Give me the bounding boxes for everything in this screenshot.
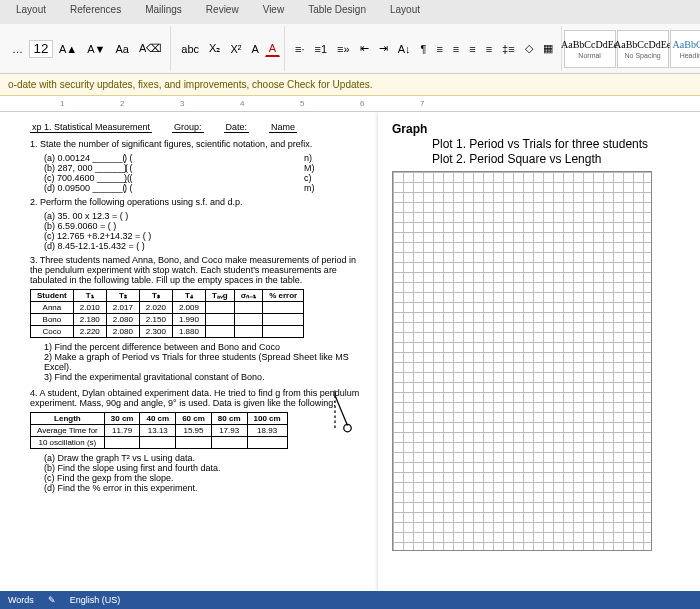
subscript-button[interactable]: X₂ (205, 40, 224, 57)
align-right-icon[interactable]: ≡ (465, 41, 479, 57)
align-left-icon[interactable]: ≡ (432, 41, 446, 57)
align-center-icon[interactable]: ≡ (449, 41, 463, 57)
status-words[interactable]: Words (8, 595, 34, 605)
replace-button[interactable]: abc (177, 41, 203, 57)
justify-icon[interactable]: ≡ (482, 41, 496, 57)
bullets-icon[interactable]: ≡· (291, 41, 308, 57)
date-label: Date: (224, 122, 250, 133)
graph-heading: Graph Plot 1. Period vs Trials for three… (392, 122, 686, 167)
question-3: 3. Three students named Anna, Bono, and … (30, 255, 360, 285)
ruler-mark: 1 (60, 99, 120, 108)
ruler-mark: 5 (300, 99, 360, 108)
grow-font-button[interactable]: A▲ (55, 41, 81, 57)
page-right[interactable]: Graph Plot 1. Period vs Trials for three… (378, 112, 700, 591)
styles-gallery: AaBbCcDdEeNormal AaBbCcDdEeNo Spacing Aa… (564, 30, 700, 68)
name-label: Name (269, 122, 297, 133)
q3-sub-items: 1) Find the percent difference between a… (44, 342, 360, 382)
ruler-mark: 4 (240, 99, 300, 108)
q1-items: (a) 0.00124 ______() (n) (b) 287, 000 __… (44, 153, 360, 193)
question-2: 2. Perform the following operations usin… (30, 197, 360, 207)
doc-header: xp 1. Statistical Measurement Group: Dat… (30, 122, 360, 133)
horizontal-ruler[interactable]: 1 2 3 4 5 6 7 (0, 96, 700, 112)
paragraph-group: ≡· ≡1 ≡» ⇤ ⇥ A↓ ¶ ≡ ≡ ≡ ≡ ‡≡ ◇ ▦ (287, 26, 562, 71)
tab-view[interactable]: View (251, 0, 297, 24)
style-heading-1[interactable]: AaBbCcDcHeading 1 (670, 30, 700, 68)
clear-format-button[interactable]: A⌫ (135, 40, 166, 57)
style-normal[interactable]: AaBbCcDdEeNormal (564, 30, 616, 68)
tab-review[interactable]: Review (194, 0, 251, 24)
status-bar: Words ✎ English (US) (0, 591, 700, 609)
table-row: Anna2.0102.0172.0202.009 (31, 302, 304, 314)
superscript-button[interactable]: X² (226, 41, 245, 57)
line-spacing-icon[interactable]: ‡≡ (498, 41, 519, 57)
document-area[interactable]: xp 1. Statistical Measurement Group: Dat… (0, 112, 700, 591)
sort-icon[interactable]: A↓ (394, 41, 415, 57)
font-color-button[interactable]: A (265, 40, 280, 57)
group-label: Group: (172, 122, 204, 133)
ribbon-toolbar: … A▲ A▼ Aa A⌫ abc X₂ X² A A ≡· ≡1 ≡» ⇤ ⇥… (0, 24, 700, 74)
ruler-mark: 2 (120, 99, 180, 108)
question-1: 1. State the number of significant figur… (30, 139, 360, 149)
tab-layout[interactable]: Layout (4, 0, 58, 24)
graph-paper-grid (392, 171, 652, 551)
question-4: 4. A student, Dylan obtained experiment … (30, 388, 360, 408)
table-row: Coco2.2202.0802.3001.880 (31, 326, 304, 338)
decrease-indent-icon[interactable]: ⇤ (356, 40, 373, 57)
multilevel-icon[interactable]: ≡» (333, 41, 354, 57)
ruler-mark: 7 (420, 99, 480, 108)
font-dropdown-icon[interactable]: … (8, 41, 27, 57)
tab-table-design[interactable]: Table Design (296, 0, 378, 24)
tab-references[interactable]: References (58, 0, 133, 24)
font-group: … A▲ A▼ Aa A⌫ (4, 26, 171, 71)
numbering-icon[interactable]: ≡1 (311, 41, 332, 57)
shrink-font-button[interactable]: A▼ (83, 41, 109, 57)
font-size-input[interactable] (29, 40, 53, 58)
tab-mailings[interactable]: Mailings (133, 0, 194, 24)
q4-sub-items: (a) Draw the graph T² vs L using data. (… (44, 453, 360, 493)
exp-label: xp 1. Statistical Measurement (30, 122, 152, 133)
q2-items: (a) 35. 00 x 12.3 = ( ) (b) 6.59.0060 = … (44, 211, 360, 251)
show-marks-icon[interactable]: ¶ (416, 41, 430, 57)
svg-line-1 (335, 396, 348, 426)
increase-indent-icon[interactable]: ⇥ (375, 40, 392, 57)
shading-icon[interactable]: ◇ (521, 40, 537, 57)
ruler-mark: 6 (360, 99, 420, 108)
text-effects-button[interactable]: A (247, 41, 262, 57)
status-language[interactable]: English (US) (70, 595, 121, 605)
tab-table-layout[interactable]: Layout (378, 0, 432, 24)
change-case-button[interactable]: Aa (111, 41, 132, 57)
borders-icon[interactable]: ▦ (539, 40, 557, 57)
table-row: Bono2.1802.0802.1501.990 (31, 314, 304, 326)
ribbon-tabs: Layout References Mailings Review View T… (0, 0, 700, 24)
font-group-2: abc X₂ X² A A (173, 26, 285, 71)
style-no-spacing[interactable]: AaBbCcDdEeNo Spacing (617, 30, 669, 68)
ruler-mark: 3 (180, 99, 240, 108)
update-notification-bar[interactable]: o-date with security updates, fixes, and… (0, 74, 700, 96)
measurement-table: StudentT₁T₂T₃T₄Tₐᵥgσₙ₋₁% error Anna2.010… (30, 289, 304, 338)
page-left[interactable]: xp 1. Statistical Measurement Group: Dat… (0, 112, 378, 591)
spellcheck-icon[interactable]: ✎ (48, 595, 56, 605)
dylan-table: Length30 cm40 cm60 cm80 cm100 cm Average… (30, 412, 288, 449)
